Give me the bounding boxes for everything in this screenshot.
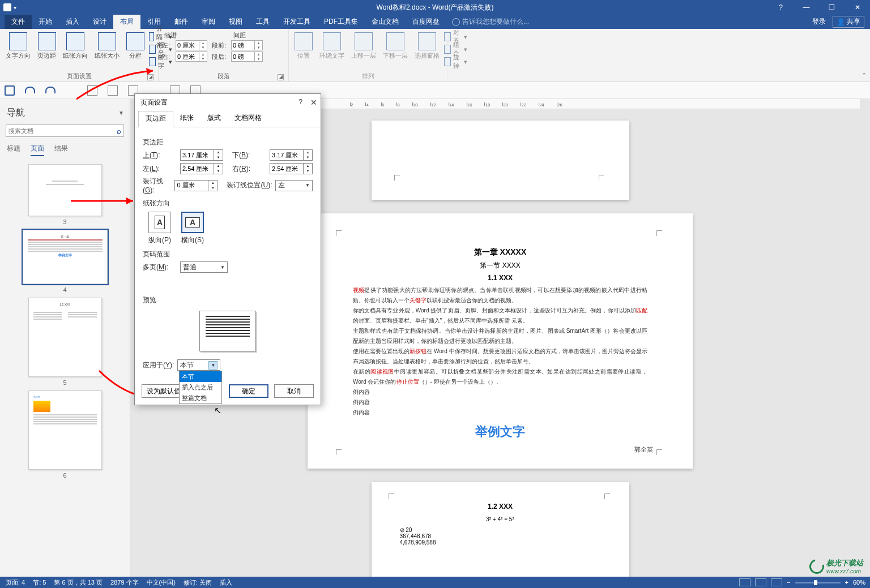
group-page-setup-label: 页面设置 xyxy=(67,72,92,79)
nav-dropdown-icon[interactable]: ▼ xyxy=(118,110,124,116)
size-button[interactable]: 纸张大小 xyxy=(92,31,122,61)
doc-heading-3a: 1.1 XXX xyxy=(353,274,647,282)
status-track[interactable]: 修订: 关闭 xyxy=(184,578,212,587)
send-backward-button: 下移一层 xyxy=(381,31,410,61)
dlg-tab-paper[interactable]: 纸张 xyxy=(173,111,201,127)
indent-label: 缩进 xyxy=(164,31,177,40)
indent-left-label: 左: xyxy=(162,41,173,50)
tab-tools[interactable]: 工具 xyxy=(249,15,276,29)
qa-icon-1[interactable] xyxy=(87,85,97,96)
status-section[interactable]: 节: 5 xyxy=(33,578,46,587)
space-before-label: 段前: xyxy=(212,41,229,50)
close-button[interactable]: ✕ xyxy=(845,0,870,15)
zoom-in-icon[interactable]: + xyxy=(845,579,848,586)
tab-baidu[interactable]: 百度网盘 xyxy=(406,15,446,29)
page-4[interactable]: 第一章 XXXXX 第一节 XXXX 1.1 XXX 视频提供了功能强大的方法帮… xyxy=(308,213,693,469)
tab-home[interactable]: 开始 xyxy=(32,15,59,29)
status-page-of[interactable]: 第 6 页，共 13 页 xyxy=(54,578,103,587)
orientation-button[interactable]: 纸张方向 xyxy=(61,31,90,61)
share-button[interactable]: 👤共享 xyxy=(833,16,864,28)
nav-tab-headings[interactable]: 标题 xyxy=(7,144,20,156)
dd-item-after[interactable]: 插入点之后 xyxy=(180,382,221,393)
tab-view[interactable]: 视图 xyxy=(222,15,249,29)
space-after-input[interactable]: ▲▼ xyxy=(231,51,263,62)
text-direction-button[interactable]: 文字方向 xyxy=(3,31,33,61)
preview-box xyxy=(199,311,256,351)
view-web-icon[interactable] xyxy=(771,578,782,586)
minimize-button[interactable]: — xyxy=(794,0,819,15)
dialog-help-icon[interactable]: ? xyxy=(298,98,302,107)
ok-button[interactable]: 确定 xyxy=(229,384,268,398)
orientation-landscape[interactable]: A 横向(S) xyxy=(181,212,204,245)
margin-right-input[interactable]: ▲▼ xyxy=(270,163,313,174)
help-icon[interactable]: ? xyxy=(768,0,794,15)
dd-item-whole[interactable]: 整篇文档 xyxy=(180,393,221,404)
tab-developer[interactable]: 开发工具 xyxy=(276,15,317,29)
nav-tab-pages[interactable]: 页面 xyxy=(31,144,44,156)
margins-button[interactable]: 页边距 xyxy=(35,31,58,61)
thumb-6[interactable]: 第二节 6 xyxy=(28,390,102,479)
thumb-5[interactable]: 1.2 XXX 5 xyxy=(28,298,102,386)
space-before-input[interactable]: ▲▼ xyxy=(231,40,263,50)
qa-icon-2[interactable] xyxy=(108,85,118,96)
status-page[interactable]: 页面: 4 xyxy=(6,578,25,587)
paragraph-launcher[interactable]: ◢ xyxy=(278,74,284,80)
dialog-close-icon[interactable]: ✕ xyxy=(310,98,317,107)
save-icon[interactable] xyxy=(5,85,15,96)
margin-left-label: 左(L): xyxy=(143,164,177,174)
tab-mailings[interactable]: 邮件 xyxy=(168,15,195,29)
watermark-logo-icon xyxy=(807,556,827,577)
search-icon[interactable]: ⌕ xyxy=(117,127,121,135)
login-link[interactable]: 登录 xyxy=(812,17,826,27)
orientation-portrait[interactable]: A 纵向(P) xyxy=(148,212,171,245)
undo-icon[interactable] xyxy=(25,85,35,96)
redo-icon[interactable] xyxy=(45,85,56,96)
apply-to-select[interactable]: 本节▼ xyxy=(177,359,220,371)
margin-bottom-input[interactable]: ▲▼ xyxy=(270,149,313,161)
dlg-tab-margins[interactable]: 页边距 xyxy=(138,111,173,127)
search-input[interactable] xyxy=(8,127,117,134)
tab-file[interactable]: 文件 xyxy=(5,15,32,29)
cancel-button[interactable]: 取消 xyxy=(274,384,314,398)
nav-tab-results[interactable]: 结果 xyxy=(54,144,68,156)
gutter-pos-select[interactable]: 左▼ xyxy=(275,180,313,191)
tab-layout[interactable]: 布局 xyxy=(113,15,140,29)
tell-me[interactable]: 告诉我您想要做什么... xyxy=(452,17,529,27)
tab-pdf[interactable]: PDF工具集 xyxy=(317,15,365,29)
margin-right-label: 右(R): xyxy=(232,164,266,174)
margin-left-input[interactable]: ▲▼ xyxy=(180,163,223,174)
tab-review[interactable]: 审阅 xyxy=(195,15,222,29)
status-lang[interactable]: 中文(中国) xyxy=(147,578,176,587)
nav-search[interactable]: ⌕ xyxy=(6,125,124,137)
selection-pane-button[interactable]: 选择窗格 xyxy=(412,31,442,61)
section-preview-label: 预览 xyxy=(143,295,313,305)
maximize-button[interactable]: ❐ xyxy=(819,0,845,15)
indent-right-label: 右: xyxy=(162,53,173,61)
columns-button[interactable]: 分栏 xyxy=(124,31,147,61)
view-print-icon[interactable] xyxy=(755,578,766,586)
dd-item-section[interactable]: 本节 xyxy=(180,371,221,382)
gutter-input[interactable]: ▲▼ xyxy=(174,180,218,191)
formula-text: 3² + 4² = 5² xyxy=(400,516,601,522)
zoom-out-icon[interactable]: − xyxy=(787,579,790,586)
status-insert[interactable]: 插入 xyxy=(220,578,232,587)
status-words[interactable]: 2879 个字 xyxy=(110,578,139,587)
collapse-ribbon-button[interactable]: ⌃ xyxy=(862,72,867,79)
dlg-tab-grid[interactable]: 文档网格 xyxy=(228,111,268,127)
page-setup-launcher[interactable]: ◢ xyxy=(147,74,153,80)
dlg-tab-layout[interactable]: 版式 xyxy=(201,111,228,127)
indent-right-input[interactable]: ▲▼ xyxy=(176,51,207,62)
multi-pages-select[interactable]: 普通▼ xyxy=(180,261,228,273)
tab-jinshan[interactable]: 金山文档 xyxy=(365,15,406,29)
zoom-slider[interactable] xyxy=(795,582,841,583)
tab-insert[interactable]: 插入 xyxy=(59,15,86,29)
indent-left-input[interactable]: ▲▼ xyxy=(176,40,207,50)
margin-top-input[interactable]: ▲▼ xyxy=(180,149,223,161)
tab-design[interactable]: 设计 xyxy=(86,15,113,29)
thumb-4[interactable]: 第一章 举例文字 4 xyxy=(23,230,108,293)
view-read-icon[interactable] xyxy=(739,578,750,586)
zoom-level[interactable]: 60% xyxy=(853,579,865,586)
thumb-3[interactable]: 3 xyxy=(28,164,102,225)
doc-text: 例内容 xyxy=(353,407,647,418)
status-bar: 页面: 4 节: 5 第 6 页，共 13 页 2879 个字 中文(中国) 修… xyxy=(0,577,870,588)
